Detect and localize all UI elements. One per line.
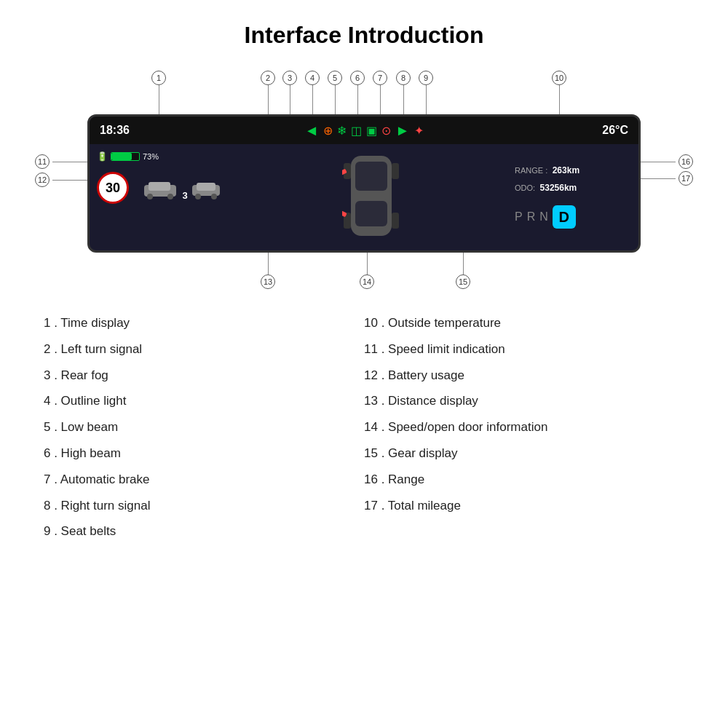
legend-item-9: 9 . Seat belts: [44, 523, 364, 540]
outline-light-icon: ❄: [337, 124, 347, 138]
svg-rect-9: [355, 162, 387, 191]
svg-rect-5: [197, 183, 215, 191]
svg-rect-12: [392, 163, 399, 179]
odo-display: ODO: 53256km: [515, 181, 631, 194]
legend-item-17: 17 . Total mileage: [364, 497, 684, 515]
legend-item-5: 5 . Low beam: [44, 419, 364, 436]
odo-value: 53256km: [540, 183, 577, 193]
gear-display: P R N D: [515, 205, 631, 229]
top-callouts: 1 2 3 4 5 6 7: [87, 63, 641, 114]
callout-10: 10: [552, 71, 566, 114]
gear-r: R: [527, 210, 536, 223]
callout-13: 13: [261, 253, 275, 289]
callout-8: 8: [396, 71, 411, 114]
legend-item-3: 3 . Rear fog: [44, 367, 364, 384]
car-top-view-svg: [342, 149, 400, 243]
battery-bar: [111, 152, 140, 161]
callout-9: 9: [419, 71, 433, 114]
screen-area: 11 12 16 17 18:36 ◄ ⊕ ❄ ◫: [87, 114, 641, 253]
legend-item-13: 13 . Distance display: [364, 392, 684, 410]
callout-6: 6: [350, 71, 365, 114]
callout-15: 15: [456, 253, 470, 289]
range-value: 263km: [553, 165, 579, 175]
svg-rect-14: [392, 213, 399, 229]
screen-icons: ◄ ⊕ ❄ ◫ ▣ ⊙ ► ✦: [304, 122, 424, 139]
legend-section: 1 . Time display 2 . Left turn signal 3 …: [0, 300, 728, 540]
screen-time: 18:36: [100, 124, 130, 137]
legend-item-11: 11 . Speed limit indication: [364, 341, 684, 358]
callout-7: 7: [373, 71, 387, 114]
screen-center: [234, 149, 509, 243]
legend-item-15: 15 . Gear display: [364, 445, 684, 462]
svg-rect-1: [149, 182, 170, 191]
callout-3: 3: [282, 71, 297, 114]
dashboard-wrapper: 1 2 3 4 5 6 7: [87, 63, 641, 293]
range-display: RANGE : 263km: [515, 163, 631, 176]
right-turn-icon: ►: [395, 122, 410, 139]
legend-item-16: 16 . Range: [364, 471, 684, 488]
screen-top-bar: 18:36 ◄ ⊕ ❄ ◫ ▣ ⊙ ► ✦ 26°C: [90, 116, 638, 144]
gear-active-d: D: [553, 205, 576, 229]
callout-4: 4: [305, 71, 320, 114]
callout-2: 2: [261, 71, 275, 114]
low-beam-icon: ◫: [351, 124, 362, 138]
svg-point-7: [211, 194, 217, 199]
legend-item-12: 12 . Battery usage: [364, 367, 684, 384]
legend-item-6: 6 . High beam: [44, 445, 364, 462]
legend-item-14: 14 . Speed/open door information: [364, 419, 684, 436]
bottom-callouts: 13 14 15: [87, 253, 641, 293]
odo-label: ODO:: [515, 183, 535, 192]
gear-n: N: [539, 210, 548, 223]
seat-belt-icon: ✦: [414, 124, 424, 138]
legend-item-1: 1 . Time display: [44, 314, 364, 332]
auto-brake-icon: ⊙: [381, 124, 391, 138]
legend-item-4: 4 . Outline light: [44, 392, 364, 410]
gear-p: P: [515, 210, 523, 223]
screen-left: 🔋 73% 30: [97, 149, 228, 243]
speed-limit-sign: 30: [97, 172, 129, 204]
screen-body: 🔋 73% 30: [90, 144, 638, 248]
car-right-svg: [191, 181, 221, 201]
legend-item-8: 8 . Right turn signal: [44, 497, 364, 515]
svg-point-2: [147, 194, 153, 199]
range-label: RANGE :: [515, 166, 547, 175]
battery-percentage: 73%: [143, 152, 159, 161]
legend-right-col: 10 . Outside temperature 11 . Speed limi…: [364, 314, 684, 540]
legend-item-10: 10 . Outside temperature: [364, 314, 684, 332]
left-turn-icon: ◄: [304, 122, 319, 139]
high-beam-icon: ▣: [366, 124, 377, 138]
distance-number: 3: [182, 190, 187, 201]
svg-rect-10: [355, 201, 387, 226]
svg-point-3: [167, 194, 173, 199]
svg-point-6: [195, 194, 201, 199]
battery-row: 🔋 73%: [97, 151, 228, 162]
car-left-svg: [141, 179, 179, 201]
legend-left-col: 1 . Time display 2 . Left turn signal 3 …: [44, 314, 364, 540]
legend-item-7: 7 . Automatic brake: [44, 471, 364, 488]
rear-fog-icon: ⊕: [323, 124, 333, 138]
page-title: Interface Introduction: [0, 0, 728, 63]
callout-14: 14: [360, 253, 374, 289]
battery-fill: [111, 153, 132, 160]
dashboard-screen: 18:36 ◄ ⊕ ❄ ◫ ▣ ⊙ ► ✦ 26°C 🔋: [87, 114, 641, 253]
screen-right: RANGE : 263km ODO: 53256km P R N D: [515, 149, 631, 243]
callout-5: 5: [328, 71, 342, 114]
battery-usage-icon: 🔋: [97, 151, 108, 162]
callout-1: 1: [151, 71, 166, 114]
legend-item-2: 2 . Left turn signal: [44, 341, 364, 358]
screen-temp: 26°C: [602, 124, 628, 137]
